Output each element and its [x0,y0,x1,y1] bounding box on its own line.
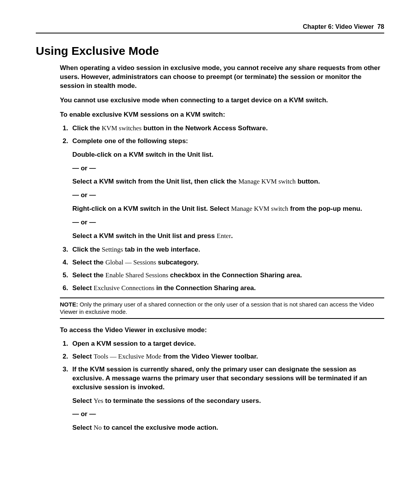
or-2: — or — [72,191,384,200]
step-2c-b: from the pop-up menu. [288,205,362,212]
step-4: Select the Global — Sessions subcategory… [70,258,384,267]
step-t1: Open a KVM session to a target device. [70,340,384,348]
step-2d: Select a KVM switch in the Unit list and… [72,232,384,241]
step-2b: Select a KVM switch from the Unit list, … [72,177,384,186]
step-4-ui: Global — Sessions [105,259,156,266]
step-2: Complete one of the following steps: [70,137,384,146]
step-5-a: Select the [72,271,105,279]
note-rule-bottom [60,318,384,319]
step-t2-ui: Tools — Exclusive Mode [94,353,161,360]
note-body: Only the primary user of a shared connec… [60,301,374,315]
note-text: NOTE: Only the primary user of a shared … [60,301,384,316]
step-1: Click the KVM switches button in the Net… [70,124,384,133]
note-box: NOTE: Only the primary user of a shared … [60,298,384,319]
step-1-ui: KVM switches [102,124,142,132]
step-6-b: in the Connection Sharing area. [154,284,256,292]
step-3-a: Click the [72,246,102,253]
step-t3a: Select Yes to terminate the sessions of … [72,397,384,406]
step-2d-a: Select a KVM switch in the Unit list and… [72,232,217,240]
step-6: Select Exclusive Connections in the Conn… [70,284,384,293]
step-2c-a: Right-click on a KVM switch in the Unit … [72,205,231,212]
step-t3b-ui: No [94,424,102,431]
step-t2-a: Select [72,353,94,360]
step-1-text-b: button in the Network Access Software. [142,124,268,132]
procedure-list-2: Open a KVM session to a target device. S… [60,340,384,392]
procedure-heading-1: To enable exclusive KVM sessions on a KV… [60,110,384,119]
page-header: Chapter 6: Video Viewer 78 [36,23,384,30]
step-3-b: tab in the web interface. [123,246,200,253]
procedure-list-1: Click the KVM switches button in the Net… [60,124,384,146]
step-t3a-b: to terminate the sessions of the seconda… [103,397,261,404]
step-t3-text: If the KVM session is currently shared, … [72,366,367,391]
step-4-a: Select the [72,259,105,266]
note-label: NOTE: [60,301,78,308]
step-4-b: subcategory. [156,259,198,266]
step-2b-b: button. [296,178,320,185]
procedure-list-1b: Click the Settings tab in the web interf… [60,245,384,293]
step-5-b: checkbox in the Connection Sharing area. [168,271,302,279]
step-2c-ui: Manage KVM switch [231,205,288,212]
section-title: Using Exclusive Mode [36,44,384,58]
body-text: When operating a video session in exclus… [60,64,384,432]
page-number: 78 [377,23,384,30]
step-t3a-ui: Yes [94,397,103,404]
step-2c: Right-click on a KVM switch in the Unit … [72,205,384,214]
step-2-text: Complete one of the following steps: [72,137,188,145]
chapter-label: Chapter 6: Video Viewer [303,23,374,30]
step-t2: Select Tools — Exclusive Mode from the V… [70,352,384,361]
header-rule [36,33,384,33]
step-t3b: Select No to cancel the exclusive mode a… [72,424,384,432]
step-2d-b: . [231,232,233,240]
page-container: Chapter 6: Video Viewer 78 Using Exclusi… [0,0,420,504]
step-5: Select the Enable Shared Sessions checkb… [70,271,384,280]
or-3: — or — [72,218,384,227]
note-rule-top [60,298,384,298]
step-3-ui: Settings [102,246,123,253]
step-6-ui: Exclusive Connections [94,284,154,292]
procedure-heading-2: To access the Video Viewer in exclusive … [60,326,384,335]
step-2b-a: Select a KVM switch from the Unit list, … [72,178,238,185]
step-t3: If the KVM session is currently shared, … [70,365,384,392]
step-5-ui: Enable Shared Sessions [105,271,168,279]
step-2d-ui: Enter [217,232,231,240]
intro-para-1: When operating a video session in exclus… [60,64,384,91]
step-t3b-b: to cancel the exclusive mode action. [102,424,219,431]
or-4: — or — [72,410,384,419]
step-t1-text: Open a KVM session to a target device. [72,340,196,347]
intro-para-2: You cannot use exclusive mode when conne… [60,96,384,105]
step-1-text-a: Click the [72,124,102,132]
or-1: — or — [72,164,384,173]
step-t2-b: from the Video Viewer toolbar. [161,353,258,360]
step-2b-ui: Manage KVM switch [238,178,296,185]
step-t3b-a: Select [72,424,94,431]
step-t3a-a: Select [72,397,94,404]
step-2a: Double-click on a KVM switch in the Unit… [72,150,384,159]
step-3: Click the Settings tab in the web interf… [70,245,384,254]
step-6-a: Select [72,284,94,292]
